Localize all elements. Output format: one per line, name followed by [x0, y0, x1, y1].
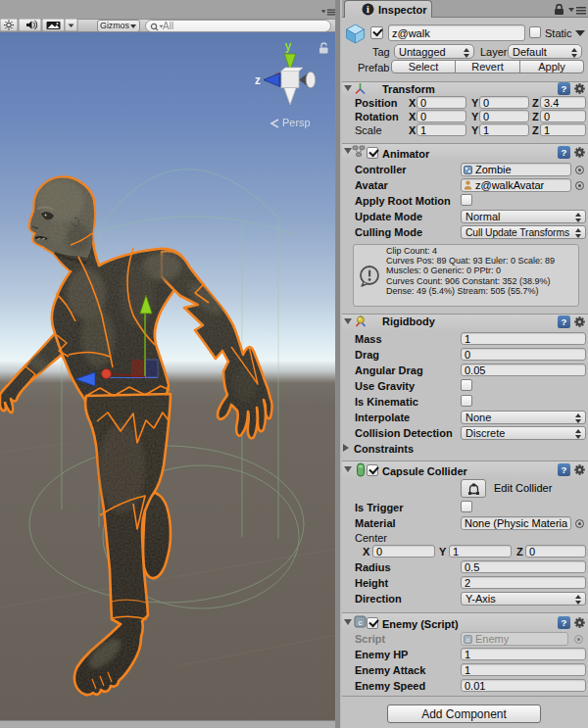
svg-text:z: z — [255, 73, 261, 87]
svg-text:c: c — [466, 637, 469, 643]
svg-text:c: c — [359, 618, 363, 627]
svg-text:y: y — [285, 39, 292, 53]
svg-text:Persp: Persp — [282, 117, 311, 128]
svg-text:i: i — [367, 4, 369, 15]
